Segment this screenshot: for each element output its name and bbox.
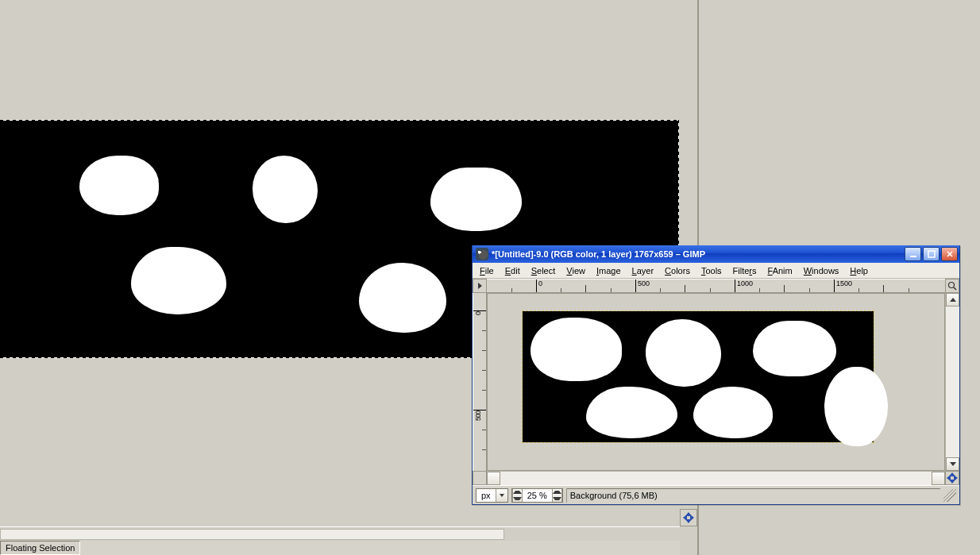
scroll-right-button[interactable]: [932, 472, 945, 485]
arrow-down-icon: [950, 462, 956, 466]
arrow-down-icon: [553, 497, 561, 500]
main-status-label: Floating Selection: [0, 541, 80, 555]
menu-edit[interactable]: Edit: [500, 263, 526, 278]
close-icon: [946, 250, 954, 258]
blob-shape: [79, 156, 159, 215]
chevron-down-icon: [500, 494, 504, 497]
menu-tools[interactable]: Tools: [696, 263, 727, 278]
scroll-up-button[interactable]: [946, 293, 959, 306]
svg-rect-1: [928, 251, 935, 257]
blob-shape: [531, 318, 622, 381]
blob-shape: [693, 387, 773, 438]
window-buttons: [905, 247, 958, 261]
ruler-v-tick: 0: [474, 312, 482, 315]
selection-border-top: [0, 120, 679, 121]
menu-select[interactable]: Select: [526, 263, 561, 278]
minimize-button[interactable]: [905, 247, 921, 261]
magnifier-icon: [947, 281, 957, 291]
minimize-icon: [909, 250, 917, 258]
blob-shape: [131, 247, 226, 314]
arrow-up-icon: [513, 491, 522, 494]
canvas-image[interactable]: [523, 311, 874, 442]
main-navigation-button[interactable]: [680, 509, 697, 526]
blob-shape: [824, 367, 888, 446]
menu-file[interactable]: File: [474, 263, 500, 278]
ruler-v-tick: 500: [474, 411, 482, 421]
navigation-icon: [947, 472, 958, 484]
scroll-down-button[interactable]: [946, 457, 959, 471]
horizontal-scrollbar[interactable]: [487, 471, 945, 485]
window-title: *[Untitled]-9.0 (RGB color, 1 layer) 176…: [492, 249, 905, 259]
canvas-viewport[interactable]: [487, 293, 945, 471]
main-horizontal-scrollbar[interactable]: [0, 529, 504, 540]
ruler-h-tick: 0: [538, 279, 542, 287]
hscroll-row: [473, 471, 959, 485]
menu-windows[interactable]: Windows: [798, 263, 845, 278]
menu-filters[interactable]: Filters: [727, 263, 762, 278]
menubar: File Edit Select View Image Layer Colors…: [473, 263, 959, 279]
ruler-h-tick: 1000: [737, 279, 753, 287]
arrow-up-icon: [553, 491, 561, 494]
scroll-left-button[interactable]: [487, 472, 500, 485]
svg-point-2: [949, 283, 955, 288]
units-dropdown-button[interactable]: [496, 489, 507, 502]
secondary-window: *[Untitled]-9.0 (RGB color, 1 layer) 176…: [472, 245, 960, 505]
maximize-button[interactable]: [923, 247, 939, 261]
blob-shape: [359, 263, 446, 333]
menu-fanim[interactable]: FAnim: [762, 263, 798, 278]
units-combo[interactable]: px: [476, 488, 508, 503]
status-message: Background (75,6 MB): [566, 488, 940, 503]
zoom-spin-down[interactable]: [512, 489, 523, 502]
app-icon: [476, 248, 488, 260]
ruler-row: 0 500 1000 1500: [473, 279, 959, 293]
horizontal-ruler[interactable]: 0 500 1000 1500: [487, 279, 945, 293]
ruler-origin-button[interactable]: [473, 279, 487, 293]
menu-colors[interactable]: Colors: [659, 263, 696, 278]
menu-help[interactable]: Help: [844, 263, 874, 278]
window-body: 0 500 1000 1500 0 500: [473, 279, 959, 504]
blob-shape: [646, 319, 721, 387]
zoom-value[interactable]: 25 %: [523, 489, 552, 502]
resize-grip[interactable]: [943, 489, 956, 502]
statusbar: px 25 % Background (75,6 MB): [473, 485, 959, 504]
zoom-toggle-button[interactable]: [945, 279, 959, 293]
blob-shape: [753, 321, 836, 376]
blob-shape: [586, 387, 677, 438]
blob-shape: [253, 156, 318, 223]
vertical-scrollbar[interactable]: [945, 293, 959, 471]
ruler-h-tick: 1500: [836, 279, 852, 287]
vertical-ruler[interactable]: 0 500: [473, 293, 487, 471]
svg-rect-0: [910, 256, 916, 257]
zoom-spin[interactable]: 25 %: [511, 488, 563, 503]
blob-shape: [430, 168, 522, 231]
svg-line-3: [954, 287, 956, 290]
scroll-v-track[interactable]: [946, 306, 959, 457]
main-hscroll-row: [0, 526, 680, 541]
units-value: px: [476, 491, 496, 500]
arrow-right-icon: [478, 283, 482, 289]
menu-view[interactable]: View: [561, 263, 591, 278]
scroll-h-track[interactable]: [500, 472, 932, 485]
canvas-row: 0 500: [473, 293, 959, 471]
menu-layer[interactable]: Layer: [627, 263, 660, 278]
menu-image[interactable]: Image: [591, 263, 627, 278]
main-statusbar: Floating Selection: [0, 541, 680, 555]
navigation-icon: [683, 512, 694, 523]
titlebar[interactable]: *[Untitled]-9.0 (RGB color, 1 layer) 176…: [473, 245, 959, 263]
arrow-down-icon: [513, 497, 522, 500]
main-statusbar-area: Floating Selection: [0, 526, 680, 555]
close-button[interactable]: [941, 247, 958, 261]
maximize-icon: [928, 250, 936, 258]
ruler-h-tick: 500: [638, 279, 650, 287]
ruler-corner-left: [473, 471, 487, 485]
arrow-up-icon: [950, 298, 956, 302]
zoom-spin-up[interactable]: [552, 489, 562, 502]
navigation-button[interactable]: [945, 471, 959, 485]
